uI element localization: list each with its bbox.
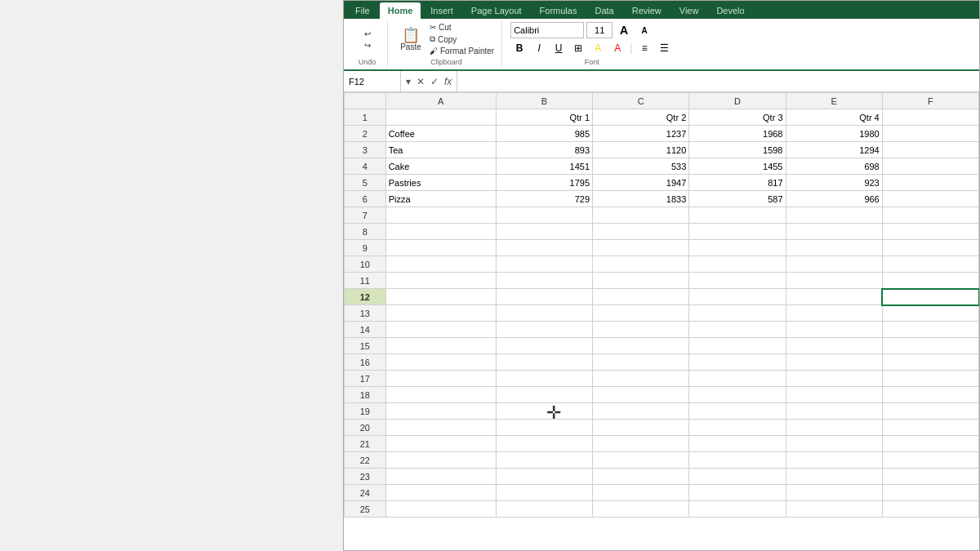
cell[interactable]: Qtr 3 bbox=[689, 109, 786, 126]
cell[interactable] bbox=[593, 436, 689, 452]
cell[interactable] bbox=[689, 354, 786, 371]
col-header-c[interactable]: C bbox=[593, 93, 689, 109]
col-header-e[interactable]: E bbox=[786, 93, 882, 109]
redo-button[interactable]: ↪ bbox=[362, 40, 373, 51]
cell[interactable] bbox=[496, 452, 592, 469]
cell[interactable]: 1598 bbox=[689, 142, 786, 158]
row-number-23[interactable]: 23 bbox=[345, 469, 386, 485]
cell[interactable]: 1968 bbox=[689, 126, 786, 142]
increase-font-button[interactable]: A bbox=[615, 22, 633, 38]
cell[interactable] bbox=[689, 273, 786, 289]
cell[interactable] bbox=[882, 420, 978, 436]
cell[interactable]: Qtr 2 bbox=[593, 109, 689, 126]
copy-button[interactable]: ⧉ Copy bbox=[427, 33, 497, 45]
cell[interactable] bbox=[689, 322, 786, 338]
cell[interactable] bbox=[786, 501, 882, 518]
tab-file[interactable]: File bbox=[347, 2, 378, 19]
cell[interactable] bbox=[385, 207, 496, 224]
col-header-d[interactable]: D bbox=[689, 93, 786, 109]
row-number-2[interactable]: 2 bbox=[345, 126, 386, 142]
tab-view[interactable]: View bbox=[671, 2, 707, 19]
cell[interactable] bbox=[593, 485, 689, 501]
cell[interactable] bbox=[786, 273, 882, 289]
row-number-20[interactable]: 20 bbox=[345, 420, 386, 436]
cell[interactable]: 1120 bbox=[593, 142, 689, 158]
row-number-9[interactable]: 9 bbox=[345, 240, 386, 256]
cell[interactable] bbox=[689, 387, 786, 403]
cell[interactable] bbox=[882, 158, 978, 175]
cell[interactable]: Coffee bbox=[385, 126, 496, 142]
cell[interactable]: Cake bbox=[385, 158, 496, 175]
cell[interactable] bbox=[385, 501, 496, 518]
cell[interactable] bbox=[689, 403, 786, 420]
cell[interactable] bbox=[882, 452, 978, 469]
cell[interactable] bbox=[882, 469, 978, 485]
border-button[interactable]: ⊞ bbox=[569, 40, 587, 56]
cell[interactable] bbox=[496, 371, 592, 387]
fx-button[interactable]: fx bbox=[443, 76, 453, 87]
tab-data[interactable]: Data bbox=[586, 2, 621, 19]
tab-develop[interactable]: Develo bbox=[708, 2, 752, 19]
cell[interactable] bbox=[786, 485, 882, 501]
cell[interactable]: 966 bbox=[786, 191, 882, 207]
cell[interactable] bbox=[786, 436, 882, 452]
row-number-24[interactable]: 24 bbox=[345, 485, 386, 501]
row-number-25[interactable]: 25 bbox=[345, 501, 386, 518]
cancel-button[interactable]: ✕ bbox=[415, 76, 426, 87]
cell[interactable] bbox=[882, 371, 978, 387]
row-number-7[interactable]: 7 bbox=[345, 207, 386, 224]
cell[interactable] bbox=[593, 469, 689, 485]
cell[interactable] bbox=[882, 322, 978, 338]
cell[interactable] bbox=[786, 256, 882, 273]
cell[interactable] bbox=[882, 354, 978, 371]
cell[interactable] bbox=[689, 485, 786, 501]
cell[interactable] bbox=[593, 420, 689, 436]
cell[interactable] bbox=[882, 273, 978, 289]
cell[interactable] bbox=[496, 256, 592, 273]
cell[interactable] bbox=[882, 256, 978, 273]
row-number-6[interactable]: 6 bbox=[345, 191, 386, 207]
cell[interactable] bbox=[593, 403, 689, 420]
cell[interactable] bbox=[593, 322, 689, 338]
cell[interactable] bbox=[786, 469, 882, 485]
align-right-button[interactable]: ☰ bbox=[655, 40, 673, 56]
cell[interactable] bbox=[385, 109, 496, 126]
cell[interactable]: 893 bbox=[496, 142, 592, 158]
cell[interactable] bbox=[593, 289, 689, 305]
row-number-5[interactable]: 5 bbox=[345, 175, 386, 191]
row-number-13[interactable]: 13 bbox=[345, 305, 386, 322]
cell[interactable] bbox=[496, 207, 592, 224]
cell[interactable] bbox=[496, 403, 592, 420]
cell[interactable]: 1833 bbox=[593, 191, 689, 207]
cell[interactable] bbox=[385, 273, 496, 289]
cell[interactable] bbox=[385, 338, 496, 354]
cell[interactable] bbox=[385, 289, 496, 305]
cell[interactable] bbox=[385, 305, 496, 322]
cell[interactable] bbox=[786, 305, 882, 322]
cell[interactable] bbox=[385, 420, 496, 436]
cell[interactable] bbox=[689, 436, 786, 452]
col-header-b[interactable]: B bbox=[496, 93, 592, 109]
row-number-12[interactable]: 12 bbox=[345, 289, 386, 305]
cell[interactable] bbox=[689, 371, 786, 387]
paste-button[interactable]: 📋 Paste bbox=[396, 25, 425, 54]
cell-name-box[interactable]: F12 bbox=[344, 71, 401, 91]
italic-button[interactable]: I bbox=[530, 40, 548, 56]
cell[interactable] bbox=[496, 240, 592, 256]
cell[interactable]: 923 bbox=[786, 175, 882, 191]
cell[interactable] bbox=[593, 501, 689, 518]
cell[interactable] bbox=[496, 436, 592, 452]
cell[interactable] bbox=[882, 191, 978, 207]
col-header-a[interactable]: A bbox=[385, 93, 496, 109]
cell[interactable] bbox=[496, 224, 592, 240]
row-number-22[interactable]: 22 bbox=[345, 452, 386, 469]
cell[interactable]: 1947 bbox=[593, 175, 689, 191]
cell[interactable]: Pizza bbox=[385, 191, 496, 207]
cell[interactable] bbox=[689, 338, 786, 354]
cell[interactable] bbox=[593, 452, 689, 469]
cell[interactable] bbox=[496, 387, 592, 403]
cell[interactable] bbox=[882, 142, 978, 158]
tab-formulas[interactable]: Formulas bbox=[532, 2, 586, 19]
decrease-font-button[interactable]: A bbox=[635, 22, 653, 38]
cell[interactable] bbox=[786, 403, 882, 420]
